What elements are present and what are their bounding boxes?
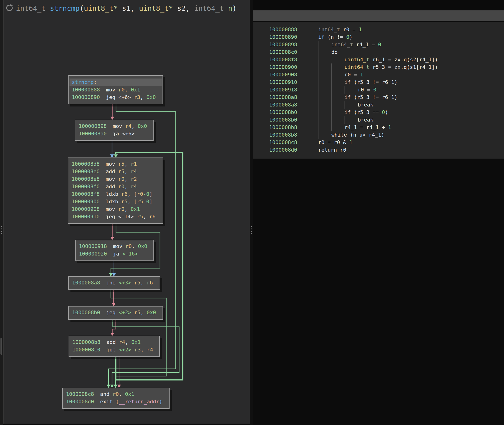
- code-token[interactable]: ): [394, 94, 397, 100]
- code-token[interactable]: int64_t: [331, 42, 356, 47]
- instruction-row[interactable]: 1000008d8mov r5, r1: [68, 160, 163, 168]
- hlil-line-address[interactable]: 100000910: [269, 79, 297, 86]
- instruction-row[interactable]: 1000008b8add r4, 0x1: [69, 339, 159, 346]
- instruction-row[interactable]: 1000008c0jgt <+2> r3, r4: [69, 346, 159, 353]
- code-token[interactable]: :: [94, 79, 97, 85]
- code-token[interactable]: 0: [346, 34, 349, 40]
- hlil-line[interactable]: 100000908r0 = 1: [253, 71, 504, 79]
- instruction-row[interactable]: 100000908mov r0, 0x1: [68, 206, 163, 213]
- code-token[interactable]: 0x0: [138, 123, 147, 129]
- code-token[interactable]: mov: [106, 161, 118, 167]
- code-token[interactable]: s1: [410, 64, 416, 70]
- code-token[interactable]: ,: [124, 176, 131, 182]
- hlil-line[interactable]: 1000008f8uint64_t r6_1 = zx.q(s2[r4_1]): [253, 56, 504, 63]
- code-token[interactable]: r4_1: [356, 42, 369, 47]
- code-token[interactable]: jeq: [106, 310, 119, 315]
- instruction-address[interactable]: 1000008f0: [72, 184, 100, 189]
- code-token[interactable]: ,: [140, 94, 147, 100]
- instruction-row[interactable]: 1000008f0add r0, r4: [68, 183, 163, 190]
- code-token[interactable]: r5: [121, 199, 128, 205]
- code-token[interactable]: r0: [334, 139, 340, 145]
- code-token[interactable]: s1: [118, 4, 131, 13]
- hlil-line-address[interactable]: 1000008a8: [269, 101, 297, 109]
- code-token[interactable]: 0: [378, 42, 381, 47]
- code-token[interactable]: r5_3: [357, 109, 369, 115]
- code-token[interactable]: r0: [118, 184, 124, 189]
- hlil-line[interactable]: 1000008b8r4_1 = r4_1 + 1: [253, 124, 504, 131]
- code-token[interactable]: r6_1: [382, 79, 394, 85]
- code-token[interactable]: ldxb: [106, 199, 121, 205]
- code-token[interactable]: =: [364, 87, 373, 93]
- code-token[interactable]: (: [80, 4, 84, 13]
- code-token[interactable]: break: [358, 102, 373, 108]
- hlil-line-address[interactable]: 1000008c0: [269, 48, 297, 56]
- code-token[interactable]: if (: [318, 34, 331, 40]
- basic-block-100000898[interactable]: 100000898mov r4, 0x01000008a0ja <+6>: [75, 120, 154, 141]
- code-token[interactable]: uint8_t*: [139, 4, 173, 13]
- hlil-line[interactable]: 100000898int64_t r4_1 = 0: [253, 41, 504, 48]
- code-token[interactable]: int64_t: [318, 27, 343, 33]
- code-token[interactable]: &: [340, 139, 349, 145]
- code-token[interactable]: <+6>: [118, 94, 131, 100]
- code-token[interactable]: while (: [331, 132, 353, 138]
- code-token[interactable]: exit: [100, 399, 116, 405]
- code-token[interactable]: ): [385, 109, 388, 115]
- hlil-line-address[interactable]: 1000008b0: [269, 116, 297, 124]
- code-token[interactable]: r6: [149, 214, 156, 219]
- code-token[interactable]: [131, 347, 134, 352]
- code-token[interactable]: (: [407, 57, 410, 63]
- code-token[interactable]: }: [159, 399, 162, 405]
- code-token[interactable]: mov: [113, 123, 125, 129]
- code-token[interactable]: int64_t: [194, 4, 228, 13]
- code-token[interactable]: [131, 280, 134, 286]
- hlil-line-address[interactable]: 100000888: [269, 26, 297, 33]
- hlil-line-address[interactable]: 1000008b8: [269, 124, 297, 131]
- code-token[interactable]: uint64_t: [344, 57, 373, 63]
- code-token[interactable]: =: [349, 27, 359, 33]
- code-token[interactable]: r0: [318, 139, 325, 145]
- code-token[interactable]: r0: [118, 87, 125, 93]
- code-token[interactable]: r6: [147, 280, 153, 286]
- code-token[interactable]: mov: [106, 206, 118, 212]
- instruction-row[interactable]: 100000890jeq <+6> r3, 0x0: [69, 93, 162, 101]
- code-token[interactable]: ja: [113, 251, 122, 257]
- instruction-address[interactable]: 100000908: [72, 206, 100, 212]
- code-token[interactable]: n: [331, 34, 334, 40]
- code-token[interactable]: __return_addr: [119, 399, 159, 405]
- code-token[interactable]: r6: [121, 191, 128, 197]
- code-token[interactable]: if (: [344, 79, 357, 85]
- instruction-address[interactable]: 1000008d0: [66, 399, 94, 405]
- code-token[interactable]: =: [351, 72, 360, 78]
- code-token[interactable]: [: [416, 57, 419, 63]
- code-token[interactable]: [131, 94, 134, 100]
- instruction-row[interactable]: 100000898mov r4, 0x0: [75, 122, 153, 130]
- code-token[interactable]: <+2>: [119, 310, 131, 315]
- code-token[interactable]: ,: [124, 206, 131, 212]
- hlil-line-address[interactable]: 1000008a8: [269, 93, 297, 101]
- hlil-line-address[interactable]: 100000898: [269, 41, 297, 48]
- vertical-scrollbar-thumb[interactable]: [0, 338, 2, 355]
- instruction-row[interactable]: 100000920ja <-16>: [76, 250, 153, 258]
- code-token[interactable]: r4: [147, 347, 153, 352]
- instruction-address[interactable]: 1000008e8: [72, 176, 100, 182]
- code-token[interactable]: r0: [112, 391, 119, 397]
- code-token[interactable]: <+3>: [119, 280, 131, 286]
- code-token[interactable]: strncmp: [72, 79, 94, 85]
- code-token[interactable]: jeq: [106, 214, 118, 219]
- code-token[interactable]: , [: [128, 191, 137, 197]
- code-token[interactable]: strncmp: [50, 4, 80, 13]
- code-token[interactable]: ]: [149, 191, 152, 197]
- hlil-line[interactable]: 1000008b0break: [253, 116, 504, 124]
- code-token[interactable]: 1: [360, 72, 363, 78]
- instruction-row[interactable]: 1000008a0ja <+6>: [75, 130, 153, 138]
- hlil-line[interactable]: 100000900uint64_t r5_3 = zx.q(s1[r4_1]): [253, 63, 504, 71]
- code-token[interactable]: 0x0: [138, 243, 147, 249]
- code-token[interactable]: zx.q: [394, 57, 407, 63]
- pane-resize-grip-left[interactable]: [1, 226, 2, 234]
- code-token[interactable]: do: [331, 49, 338, 55]
- code-token[interactable]: r5: [134, 280, 141, 286]
- code-token[interactable]: r0: [118, 176, 124, 182]
- code-token[interactable]: r0: [118, 206, 124, 212]
- code-token[interactable]: =: [325, 139, 334, 145]
- code-token[interactable]: ,: [125, 339, 131, 345]
